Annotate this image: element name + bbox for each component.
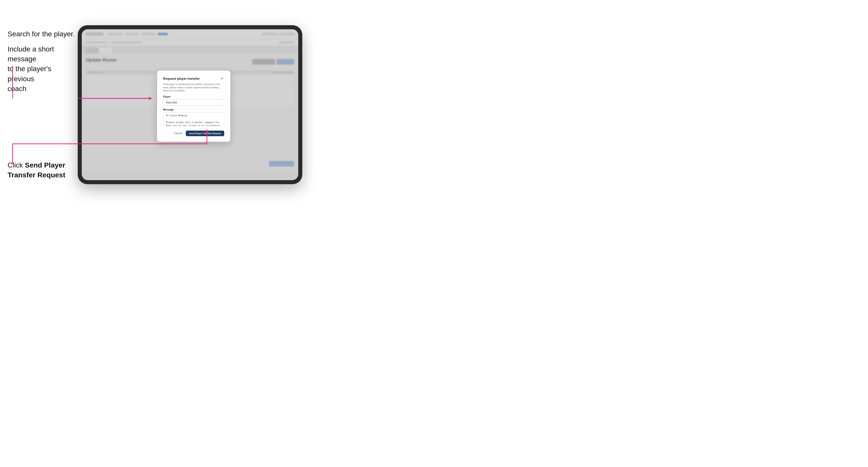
annotation-area: Search for the player. Include a short m… bbox=[0, 0, 76, 467]
annotation-message-text: Include a short messageto the player's p… bbox=[7, 44, 76, 94]
message-textarea[interactable]: Hi Coach McHarg, Please accept this tran… bbox=[163, 112, 224, 126]
transfer-request-modal: Request player transfer ✕ If the player … bbox=[157, 71, 230, 142]
tablet-screen: Update Roster bbox=[82, 29, 298, 180]
cancel-button[interactable]: Cancel bbox=[172, 131, 184, 136]
message-label: Message bbox=[163, 108, 224, 111]
close-icon[interactable]: ✕ bbox=[220, 76, 224, 81]
annotation-click-text: Click Send Player Transfer Request bbox=[7, 160, 76, 180]
modal-overlay: Request player transfer ✕ If the player … bbox=[82, 29, 298, 180]
modal-header: Request player transfer ✕ bbox=[163, 76, 224, 81]
annotation-search-text: Search for the player. bbox=[7, 29, 75, 39]
tablet-device: Update Roster bbox=[78, 25, 302, 184]
modal-footer: Cancel Send Player Transfer Request bbox=[163, 131, 224, 136]
player-input[interactable] bbox=[163, 99, 224, 106]
player-label: Player bbox=[163, 95, 224, 98]
modal-description: If the player is transferring from anoth… bbox=[163, 83, 224, 92]
modal-title: Request player transfer bbox=[163, 76, 200, 80]
send-transfer-request-button[interactable]: Send Player Transfer Request bbox=[186, 131, 224, 136]
